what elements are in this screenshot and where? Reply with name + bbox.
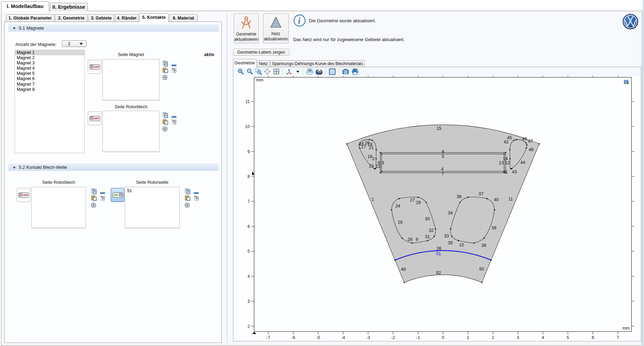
- section-header-kontakt[interactable]: 5.2 Kontakt Blech-Welle: [8, 164, 219, 171]
- tab-globale-parameter[interactable]: 1. Globale Parameter: [6, 14, 54, 22]
- mesh-icon: [270, 16, 282, 29]
- tab-raender[interactable]: 4. Ränder: [115, 14, 139, 22]
- magnet-listbox[interactable]: Magnet 1Magnet 2Magnet 3Magnet 4Magnet 5…: [15, 50, 85, 153]
- clear-selection-icon-seite-rotorblech-52[interactable]: [100, 195, 106, 203]
- zoom-in-icon[interactable]: [238, 68, 244, 75]
- list-item-magnet-2[interactable]: Magnet 2: [15, 55, 84, 61]
- zoom-out-icon[interactable]: [247, 68, 253, 75]
- paste-icon-seite-magnet[interactable]: [162, 67, 168, 74]
- clear-selection-icon-seite-rotorblech-51[interactable]: [171, 119, 177, 126]
- button-label: Netz aktualisieren: [263, 31, 288, 41]
- geometry-label-5: 5: [442, 154, 444, 159]
- geometry-label-36: 36: [457, 194, 461, 199]
- toggle-seite-magnet[interactable]: OFF: [88, 60, 101, 74]
- tick-label: -1: [416, 335, 420, 340]
- geometry-plot-canvas[interactable]: -7-6-5-4-3-2-101234567234567891011 15454…: [233, 76, 641, 341]
- geometry-label-25: 25: [398, 220, 403, 225]
- paste-icon-seite-rotorblech-52[interactable]: [91, 195, 97, 202]
- geometry-label-23: 23: [369, 164, 374, 168]
- tab-gebiete[interactable]: 3. Gebiete: [88, 14, 114, 22]
- tick-label: 2: [248, 324, 250, 329]
- tick-label: 3: [248, 299, 250, 304]
- selection-box-seite-rotorblech-51[interactable]: [102, 111, 160, 152]
- tick-label: 0: [442, 335, 444, 340]
- snapshot-icon[interactable]: [342, 68, 349, 75]
- copy-icon-seite-rotorblech-51[interactable]: [162, 112, 168, 119]
- geometry-label-20: 20: [365, 141, 370, 146]
- graphics-tab-netz[interactable]: Netz: [257, 60, 270, 67]
- graphics-tab-spannungs-dehnungs-kurve[interactable]: Spannungs-Dehnungs-Kurve des Blechmateri…: [270, 60, 365, 67]
- copy-icon-seite-magnet[interactable]: [162, 61, 168, 68]
- list-item-magnet-1[interactable]: Magnet 1: [15, 50, 84, 55]
- geometry-label-4: 4: [441, 167, 444, 172]
- zoom-fit-icon[interactable]: [273, 68, 280, 75]
- toggle-knob: [19, 193, 23, 196]
- tick-label: 4: [542, 335, 544, 340]
- selection-value[interactable]: 51: [125, 187, 179, 193]
- geometry-label-51: 51: [436, 251, 441, 256]
- paste-icon-seite-rotorwelle[interactable]: [185, 195, 191, 202]
- update-geometry-button[interactable]: Geometrie aktualisieren: [234, 14, 259, 44]
- tick-label: -7: [266, 335, 270, 340]
- tick-label: 1: [467, 335, 469, 340]
- clear-selection-icon-seite-rotorwelle[interactable]: [193, 195, 200, 203]
- rotor-sector-shape[interactable]: [347, 125, 540, 282]
- selection-box-seite-magnet[interactable]: [102, 59, 160, 100]
- list-item-magnet-6[interactable]: Magnet 6: [15, 76, 84, 81]
- geometry-label-43: 43: [512, 170, 517, 174]
- toggle-seite-rotorwelle[interactable]: ON: [111, 188, 124, 202]
- tab-modellaufbau[interactable]: I. Modellaufbau: [1, 1, 49, 11]
- message-geometry-updated: Die Geometrie wurde aktualisiert.: [309, 18, 376, 23]
- toggle-seite-rotorblech-52[interactable]: OFF: [17, 188, 30, 202]
- geometry-label-40: 40: [494, 197, 499, 202]
- geometry-label-11: 11: [509, 197, 513, 202]
- zoom-to-selection-icon-seite-magnet[interactable]: [162, 74, 168, 82]
- selection-box-seite-rotorwelle[interactable]: 51: [125, 187, 180, 228]
- geometry-label-48: 48: [529, 147, 534, 152]
- toggle-knob: [119, 193, 123, 196]
- tab-ergebnisse[interactable]: II. Ergebnisse: [50, 3, 88, 11]
- list-item-magnet-7[interactable]: Magnet 7: [15, 82, 84, 87]
- print-icon[interactable]: [351, 68, 359, 75]
- paste-icon-seite-rotorblech-51[interactable]: [162, 119, 168, 126]
- show-geometry-labels-button[interactable]: Geometrie-Labels zeigen: [233, 49, 289, 56]
- svg-text:i: i: [298, 16, 301, 26]
- zoom-to-selection-icon-seite-rotorwelle[interactable]: [184, 202, 190, 210]
- section-header-magnete[interactable]: 5.1 Magnete: [8, 24, 219, 32]
- geometry-label-35: 35: [448, 241, 453, 245]
- list-item-magnet-4[interactable]: Magnet 4: [15, 66, 84, 71]
- tab-material[interactable]: 6. Material: [169, 14, 197, 22]
- zoom-to-selection-icon-seite-rotorblech-51[interactable]: [162, 126, 168, 133]
- selection-box-seite-rotorblech-52[interactable]: [31, 187, 86, 228]
- toggle-seite-rotorblech-51[interactable]: OFF: [88, 111, 101, 125]
- toggle-knob: [90, 117, 94, 120]
- zoom-extents-icon[interactable]: [264, 68, 271, 75]
- tick-label: 5: [248, 249, 250, 254]
- dropdown-caret-icon[interactable]: [296, 70, 300, 74]
- list-item-magnet-5[interactable]: Magnet 5: [15, 71, 84, 76]
- update-mesh-button[interactable]: Netz aktualisieren: [263, 14, 289, 44]
- tab-geometrie[interactable]: 2. Geometrie: [55, 14, 87, 22]
- default-view-icon[interactable]: [286, 68, 293, 75]
- list-item-magnet-3[interactable]: Magnet 3: [15, 61, 84, 66]
- window-edge-strip: [643, 0, 644, 346]
- copy-icon-seite-rotorblech-52[interactable]: [91, 188, 97, 196]
- zoom-to-selection-icon-seite-rotorblech-52[interactable]: [91, 202, 96, 210]
- list-item-magnet-8[interactable]: Magnet 8: [15, 87, 84, 92]
- geometry-label-1: 1: [372, 197, 374, 202]
- image-light-icon[interactable]: [306, 68, 313, 75]
- zoom-box-icon[interactable]: [255, 68, 262, 75]
- anzahl-combobox[interactable]: 2: [62, 40, 86, 47]
- copy-icon-seite-rotorwelle[interactable]: [185, 188, 191, 196]
- geometry-label-31: 31: [425, 234, 430, 239]
- caption-seite-rotorblech-52: Seite Rotorblech: [31, 180, 86, 185]
- show-grid-icon[interactable]: [329, 68, 336, 75]
- geometry-label-34: 34: [448, 211, 453, 215]
- tab-kontakte[interactable]: 5. Kontakte: [139, 13, 169, 22]
- clear-selection-icon-seite-magnet[interactable]: [171, 68, 177, 75]
- image-dark-icon[interactable]: [316, 68, 323, 75]
- plot-window-widget-icon[interactable]: [624, 79, 629, 86]
- geometry-label-15: 15: [436, 126, 441, 131]
- graphics-tab-geometrie[interactable]: Geometrie: [233, 59, 256, 67]
- tick-label: -4: [341, 335, 345, 340]
